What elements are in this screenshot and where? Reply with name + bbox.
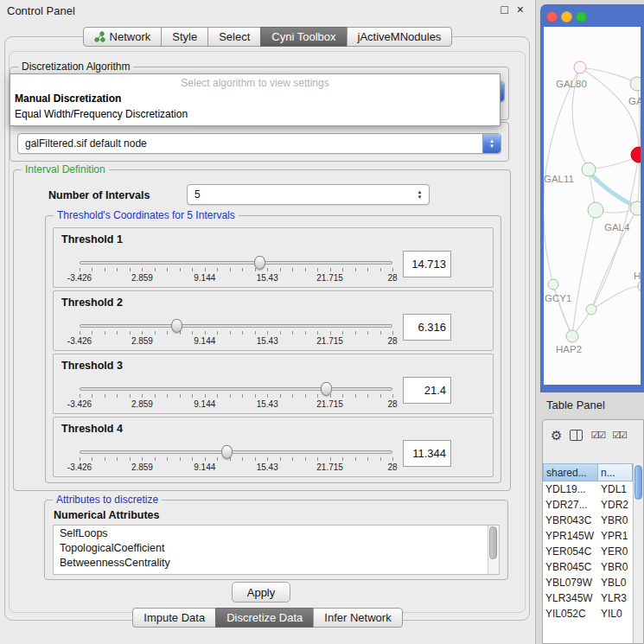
minimize-traffic-icon[interactable] (561, 11, 572, 22)
threshold-slider[interactable]: -3.4262.8599.14415.4321.71528 (80, 380, 392, 413)
gear-icon[interactable]: ⚙ (551, 429, 562, 442)
threshold-value-box[interactable]: 14.713 (403, 251, 451, 277)
threshold-label: Threshold 4 (61, 423, 123, 435)
threshold-value-box[interactable]: 21.4 (403, 377, 451, 404)
control-panel-titlebar: Control Panel □ × (0, 0, 535, 22)
network-node[interactable] (574, 61, 586, 73)
table-cell: YBR043C (543, 513, 598, 528)
arrow-up-icon: ▲ (489, 139, 494, 143)
tab-cyni-toolbox[interactable]: Cyni Toolbox (260, 27, 347, 47)
column-header-name[interactable]: n... (598, 463, 633, 481)
network-node[interactable] (631, 147, 641, 163)
network-canvas[interactable]: GAL80GAGAL11GAL4GCY1HAP2H (544, 27, 641, 385)
table-data-group: Table Data galFiltered.sif default node … (10, 122, 509, 162)
cyni-toolbox-panel: Discretization Algorithm ▲ ▼ Select algo… (4, 36, 530, 621)
checkbox-icon: ☑ (590, 430, 597, 441)
close-traffic-icon[interactable] (546, 11, 558, 22)
table-row[interactable]: YDR27...YDR2 (543, 497, 633, 513)
network-node[interactable] (566, 330, 578, 342)
group-label: Threshold's Coordinates for 5 Intervals (54, 209, 239, 221)
table-scrollbar[interactable] (633, 463, 643, 643)
tab-impute-data[interactable]: Impute Data (132, 608, 216, 628)
slider-scale: -3.4262.8599.14415.4321.71528 (80, 336, 392, 347)
table-row[interactable]: YER054CYER0 (543, 544, 633, 559)
arrow-up-icon: ▲ (418, 190, 423, 194)
dropdown-option-manual-discretization[interactable]: Manual Discretization (10, 91, 500, 106)
numerical-attributes-list[interactable]: SelfLoopsTopologicalCoefficientBetweenne… (53, 525, 500, 575)
scrollbar-thumb[interactable] (634, 465, 642, 500)
table-cell: YBL0 (598, 575, 633, 590)
apply-button[interactable]: Apply (232, 582, 290, 603)
spinner-arrows-icon[interactable]: ▲ ▼ (411, 185, 429, 204)
tab-select[interactable]: Select (207, 27, 261, 47)
close-icon[interactable]: × (517, 3, 524, 16)
tab-style[interactable]: Style (161, 27, 208, 47)
combo-arrows-icon: ▲ ▼ (482, 134, 501, 153)
threshold-slider[interactable]: -3.4262.8599.14415.4321.71528 (80, 443, 392, 476)
slider-track[interactable] (80, 324, 392, 328)
network-node[interactable] (630, 77, 641, 91)
table-row[interactable]: YBR043CYBR0 (543, 513, 633, 528)
slider-scale-label: 28 (387, 336, 397, 346)
threshold-slider[interactable]: -3.4262.8599.14415.4321.71528 (80, 317, 392, 350)
network-node[interactable] (588, 202, 603, 218)
table-row[interactable]: YPR145WYPR1 (543, 528, 633, 544)
tab-jactivemnodules[interactable]: jActiveMNodules (347, 27, 453, 47)
table-cell: YBR045C (543, 559, 598, 575)
attribute-list-item[interactable]: SelfLoops (54, 526, 499, 540)
network-edge (580, 67, 637, 84)
table-row[interactable]: YBL079WYBL0 (543, 575, 633, 590)
unselect-all-icon[interactable]: ☑ ☑ (612, 430, 626, 441)
slider-thumb[interactable] (171, 319, 182, 333)
table-row[interactable]: YDL19...YDL1 (543, 481, 633, 497)
scrollbar-thumb[interactable] (489, 526, 497, 559)
columns-icon[interactable] (570, 430, 583, 441)
tab-label: Style (172, 30, 197, 43)
number-of-intervals-spinner[interactable]: 5 ▲ ▼ (187, 184, 430, 205)
tab-network[interactable]: Network (83, 27, 163, 47)
slider-track[interactable] (80, 450, 392, 454)
attribute-list-item[interactable]: TopologicalCoefficient (54, 540, 499, 555)
zoom-traffic-icon[interactable] (576, 11, 587, 22)
network-node[interactable] (586, 304, 596, 315)
table-panel-title: Table Panel (546, 399, 605, 411)
slider-scale-label: 15.43 (257, 273, 278, 283)
tab-infer-network[interactable]: Infer Network (313, 608, 402, 628)
threshold-value-box[interactable]: 11.344 (403, 440, 451, 467)
threshold-label: Threshold 1 (61, 233, 123, 245)
table-header-row: shared... n... (543, 463, 633, 481)
table-row[interactable]: YLR345WYLR3 (543, 590, 633, 606)
slider-thumb[interactable] (221, 445, 233, 459)
network-canvas-svg[interactable]: GAL80GAGAL11GAL4GCY1HAP2H (544, 27, 641, 385)
network-node[interactable] (548, 279, 558, 290)
right-side: GAL80GAGAL11GAL4GCY1HAP2H Table Panel ⚙ … (536, 0, 644, 644)
network-node-label: H (634, 271, 641, 281)
table-data-combobox[interactable]: galFiltered.sif default node ▲ ▼ (17, 133, 501, 154)
slider-ticks (80, 268, 392, 272)
network-node[interactable] (638, 280, 641, 292)
table-row[interactable]: YIL052CYIL0 (543, 606, 633, 622)
list-scrollbar[interactable] (488, 526, 499, 574)
network-node[interactable] (582, 163, 596, 176)
attribute-list-item[interactable]: BetweennessCentrality (54, 555, 499, 570)
threshold-value-box[interactable]: 6.316 (403, 314, 451, 341)
threshold-slider[interactable]: -3.4262.8599.14415.4321.71528 (80, 254, 392, 287)
tab-label: Infer Network (324, 611, 391, 624)
tab-discretize-data[interactable]: Discretize Data (215, 608, 314, 628)
table-cell: YBR0 (598, 559, 633, 575)
network-node[interactable] (630, 201, 641, 215)
threshold-block: Threshold 1 -3.4262.8599.14415.4321.7152… (53, 227, 494, 288)
dropdown-option-equal-width-frequency[interactable]: Equal Width/Frequency Discretization (10, 106, 500, 122)
table-cell: YDR2 (598, 497, 633, 513)
float-icon[interactable]: □ (501, 3, 507, 16)
table-cell: YLR3 (598, 590, 633, 606)
slider-scale-label: 9.144 (194, 462, 215, 472)
table-row[interactable]: YBR045CYBR0 (543, 559, 633, 575)
slider-track[interactable] (80, 261, 392, 265)
attributes-to-discretize-group: Attributes to discretize Numerical Attri… (44, 500, 508, 580)
network-node-label: HAP2 (556, 344, 582, 354)
slider-track[interactable] (80, 387, 392, 391)
panel-title: Control Panel (7, 4, 75, 17)
select-all-icon[interactable]: ☑ ☑ (590, 430, 604, 441)
column-header-shared-name[interactable]: shared... (543, 463, 598, 481)
